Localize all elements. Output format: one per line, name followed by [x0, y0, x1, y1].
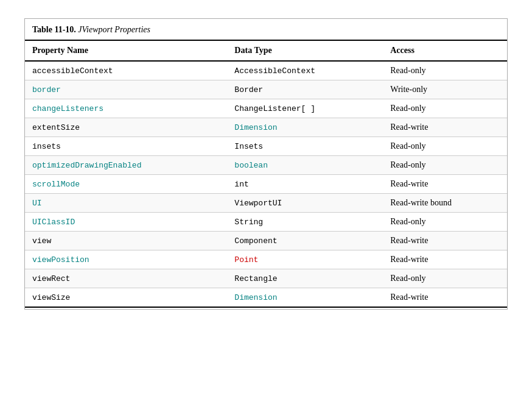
cell-datatype: ChangeListener[ ]: [227, 99, 383, 118]
cell-access: Read-write: [383, 175, 507, 194]
cell-property: viewPosition: [25, 250, 227, 269]
table-row: viewRectRectangleRead-only: [25, 269, 507, 288]
cell-datatype: Dimension: [227, 118, 383, 137]
cell-datatype: Dimension: [227, 288, 383, 307]
cell-access: Read-write bound: [383, 194, 507, 213]
cell-datatype: Insets: [227, 137, 383, 156]
cell-access: Read-write: [383, 232, 507, 250]
cell-property: optimizedDrawingEnabled: [25, 156, 227, 175]
col-header-datatype: Data Type: [227, 41, 383, 61]
col-header-property: Property Name: [25, 41, 227, 61]
table-row: UIClassIDStringRead-only: [25, 213, 507, 232]
table-row: accessibleContextAccessibleContextRead-o…: [25, 61, 507, 80]
cell-access: Read-only: [383, 61, 507, 80]
table-title-bold: Table 11-10.: [32, 25, 76, 34]
cell-access: Read-write: [383, 118, 507, 137]
cell-property: border: [25, 80, 227, 99]
cell-property: changeListeners: [25, 99, 227, 118]
table-row: changeListenersChangeListener[ ]Read-onl…: [25, 99, 507, 118]
cell-property: UIClassID: [25, 213, 227, 232]
header-row: Property Name Data Type Access: [25, 41, 507, 61]
cell-property: extentSize: [25, 118, 227, 137]
table-bottom-border: [25, 307, 507, 309]
table-body: accessibleContextAccessibleContextRead-o…: [25, 61, 507, 307]
cell-property: view: [25, 232, 227, 250]
table-row: insetsInsetsRead-only: [25, 137, 507, 156]
table-title-row: Table 11-10. JViewport Properties: [25, 19, 507, 41]
cell-datatype: Component: [227, 232, 383, 250]
cell-access: Write-only: [383, 80, 507, 99]
table-row: extentSizeDimensionRead-write: [25, 118, 507, 137]
table-title-italic: JViewport Properties: [78, 25, 150, 34]
cell-access: Read-only: [383, 99, 507, 118]
cell-access: Read-only: [383, 213, 507, 232]
properties-table: Property Name Data Type Access accessibl…: [25, 41, 507, 307]
cell-datatype: Point: [227, 250, 383, 269]
cell-datatype: AccessibleContext: [227, 61, 383, 80]
cell-datatype: int: [227, 175, 383, 194]
col-header-access: Access: [383, 41, 507, 61]
cell-property: viewRect: [25, 269, 227, 288]
cell-access: Read-only: [383, 137, 507, 156]
cell-access: Read-write: [383, 288, 507, 307]
cell-datatype: Rectangle: [227, 269, 383, 288]
cell-property: insets: [25, 137, 227, 156]
cell-property: accessibleContext: [25, 61, 227, 80]
table-row: viewSizeDimensionRead-write: [25, 288, 507, 307]
table-row: optimizedDrawingEnabledbooleanRead-only: [25, 156, 507, 175]
cell-datatype: boolean: [227, 156, 383, 175]
cell-datatype: String: [227, 213, 383, 232]
cell-access: Read-write: [383, 250, 507, 269]
table-header: Property Name Data Type Access: [25, 41, 507, 61]
cell-access: Read-only: [383, 269, 507, 288]
table-row: borderBorderWrite-only: [25, 80, 507, 99]
cell-datatype: ViewportUI: [227, 194, 383, 213]
table-row: viewPositionPointRead-write: [25, 250, 507, 269]
table-container: Table 11-10. JViewport Properties Proper…: [24, 18, 508, 310]
cell-access: Read-only: [383, 156, 507, 175]
cell-property: scrollMode: [25, 175, 227, 194]
table-row: scrollModeintRead-write: [25, 175, 507, 194]
cell-property: UI: [25, 194, 227, 213]
table-row: viewComponentRead-write: [25, 232, 507, 250]
cell-property: viewSize: [25, 288, 227, 307]
cell-datatype: Border: [227, 80, 383, 99]
table-row: UIViewportUIRead-write bound: [25, 194, 507, 213]
